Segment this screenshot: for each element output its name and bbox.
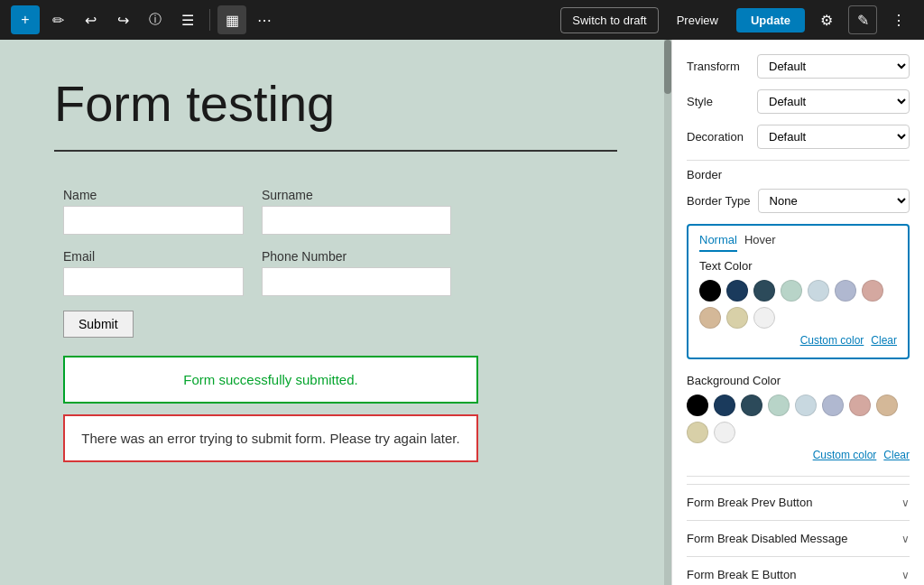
accordion-prev-button-title: Form Break Prev Button (687, 496, 812, 509)
color-swatch[interactable] (781, 280, 802, 302)
pen-icon: ✏ (52, 12, 64, 29)
form-container: Name Surname Email Phone Number (54, 188, 617, 462)
tabs-header: Normal Hover (688, 226, 908, 259)
phone-group: Phone Number (262, 249, 451, 296)
color-swatch[interactable] (808, 280, 829, 302)
style-select[interactable]: Default (757, 89, 910, 114)
form-row-2: Email Phone Number (63, 249, 608, 296)
preview-button[interactable]: Preview (666, 8, 729, 32)
bg-color-swatch[interactable] (714, 422, 735, 443)
surname-input[interactable] (262, 206, 451, 235)
chevron-down-icon-3: ∨ (901, 569, 910, 581)
toolbar-separator (209, 9, 210, 31)
more-icon: ⋯ (257, 12, 272, 29)
accordion-e-button-title: Form Break E Button (687, 568, 796, 581)
tab-hover[interactable]: Hover (744, 233, 776, 252)
text-color-grid (699, 280, 897, 329)
form-row-1: Name Surname (63, 188, 608, 235)
gear-icon: ⚙ (820, 12, 833, 29)
custom-color-link[interactable]: Custom color (800, 334, 864, 347)
edit-mode-button[interactable]: ✎ (848, 5, 877, 34)
chevron-down-icon-2: ∨ (901, 533, 910, 545)
edit-icon: ✎ (857, 12, 869, 29)
page-title: Form testing (54, 76, 617, 132)
submit-button[interactable]: Submit (63, 311, 134, 338)
bg-color-swatch[interactable] (768, 395, 790, 416)
list-view-button[interactable]: ☰ (173, 5, 202, 34)
transform-label: Transform (687, 60, 750, 73)
name-group: Name (63, 188, 244, 235)
chevron-down-icon: ∨ (901, 497, 910, 509)
bg-color-swatch[interactable] (876, 395, 898, 416)
update-button[interactable]: Update (736, 8, 805, 32)
transform-select[interactable]: Default (757, 54, 910, 79)
clear-text-color-link[interactable]: Clear (871, 334, 897, 347)
color-swatch[interactable] (726, 280, 748, 302)
scrollbar-thumb[interactable] (664, 40, 671, 94)
info-icon: ⓘ (149, 12, 162, 28)
switch-draft-button[interactable]: Switch to draft (560, 7, 658, 33)
accordion-e-button-header: Form Break E Button ∨ (687, 568, 910, 581)
accordion-disabled-message[interactable]: Form Break Disabled Message ∨ (687, 520, 910, 556)
bg-color-swatch[interactable] (822, 395, 844, 416)
divider-1 (687, 160, 910, 161)
surname-group: Surname (262, 188, 451, 235)
name-input[interactable] (63, 206, 244, 235)
main-layout: Form testing Name Surname (0, 40, 924, 585)
bg-color-swatch[interactable] (795, 395, 817, 416)
redo-button[interactable]: ↪ (108, 5, 137, 34)
bg-color-swatch[interactable] (741, 395, 762, 416)
right-sidebar: Transform Default Style Default Decorati… (671, 40, 924, 585)
pen-button[interactable]: ✏ (43, 5, 72, 34)
bg-color-swatch[interactable] (714, 395, 735, 416)
page-content: Form testing Name Surname (0, 40, 671, 498)
accordion-e-button[interactable]: Form Break E Button ∨ (687, 556, 910, 585)
redo-icon: ↪ (117, 12, 129, 29)
bg-color-swatch[interactable] (687, 422, 708, 443)
phone-input[interactable] (262, 267, 451, 296)
style-row: Style Default (687, 89, 910, 114)
custom-bg-color-link[interactable]: Custom color (813, 449, 877, 461)
overflow-button[interactable]: ⋮ (884, 5, 913, 34)
phone-label: Phone Number (262, 249, 451, 264)
page-divider (54, 150, 617, 152)
border-section: Border Border Type None Solid Dashed (687, 168, 910, 213)
color-swatch[interactable] (699, 280, 721, 302)
clear-bg-color-link[interactable]: Clear (883, 449, 910, 461)
tab-normal[interactable]: Normal (699, 233, 737, 252)
color-swatch[interactable] (699, 307, 721, 329)
bg-color-label: Background Color (687, 374, 910, 387)
color-swatch[interactable] (753, 280, 775, 302)
info-button[interactable]: ⓘ (141, 5, 170, 34)
style-label: Style (687, 95, 750, 108)
view-button[interactable]: ▦ (217, 5, 246, 34)
bg-color-swatch[interactable] (687, 395, 708, 416)
decoration-select[interactable]: Default (757, 125, 910, 149)
bg-color-swatch[interactable] (849, 395, 871, 416)
normal-hover-tabs-box: Normal Hover Text Color (687, 224, 910, 359)
text-color-actions: Custom color Clear (699, 334, 897, 347)
toolbar-left: + ✏ ↩ ↪ ⓘ ☰ ▦ ⋯ (11, 5, 557, 34)
view-icon: ▦ (226, 12, 239, 29)
add-block-button[interactable]: + (11, 5, 40, 34)
bg-color-section: Background Color Custom color Clear (687, 374, 910, 461)
text-color-section: Text Color Custom color Clear (688, 259, 908, 358)
divider-2 (687, 476, 910, 477)
more-options-button[interactable]: ⋯ (250, 5, 279, 34)
email-input[interactable] (63, 267, 244, 296)
border-type-select[interactable]: None Solid Dashed (758, 189, 910, 213)
settings-button[interactable]: ⚙ (812, 5, 841, 34)
undo-button[interactable]: ↩ (76, 5, 105, 34)
color-swatch[interactable] (726, 307, 748, 329)
scrollbar-track (664, 40, 671, 585)
color-swatch[interactable] (753, 307, 775, 329)
email-group: Email (63, 249, 244, 296)
color-swatch[interactable] (862, 280, 883, 302)
color-swatch[interactable] (835, 280, 856, 302)
bg-color-grid (687, 395, 910, 443)
accordion-disabled-message-header: Form Break Disabled Message ∨ (687, 532, 910, 545)
accordion-prev-button[interactable]: Form Break Prev Button ∨ (687, 484, 910, 520)
error-message-box: There was an error trying to submit form… (63, 414, 478, 462)
accordion-prev-button-header: Form Break Prev Button ∨ (687, 496, 910, 509)
text-color-label: Text Color (699, 259, 897, 273)
